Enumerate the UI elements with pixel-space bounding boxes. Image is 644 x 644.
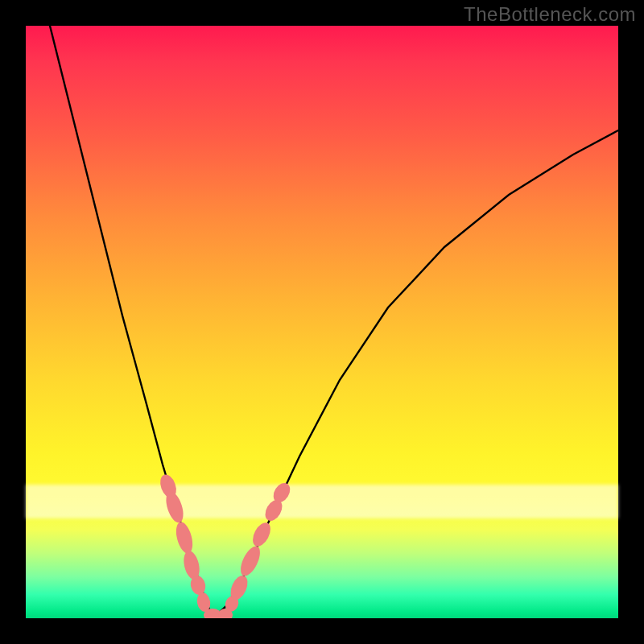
marker-group: [157, 473, 293, 618]
watermark-label: TheBottleneck.com: [464, 3, 636, 26]
data-marker: [173, 520, 196, 555]
bottleneck-curve: [50, 26, 618, 616]
data-marker: [237, 543, 264, 579]
plot-area: [26, 26, 618, 618]
chart-overlay: [26, 26, 618, 618]
data-marker: [250, 520, 275, 550]
